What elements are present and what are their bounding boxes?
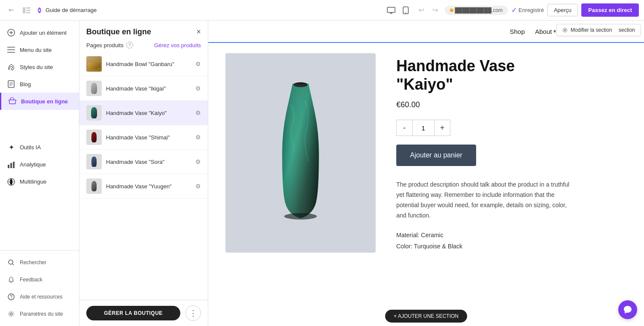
- product-price: €60.00: [396, 100, 627, 109]
- sidebar-item-aide[interactable]: Aide et ressources: [0, 288, 79, 305]
- panel-tab-help-icon[interactable]: ?: [126, 42, 133, 48]
- top-bar-center: ↩ ↪ ██████████.com ✓ Enregistré Aperçu P…: [385, 3, 639, 17]
- back-button[interactable]: ←: [5, 4, 17, 16]
- svg-rect-12: [13, 162, 15, 168]
- rocket-icon: [36, 7, 43, 14]
- product-gear-kaiyo[interactable]: ⚙: [195, 109, 201, 116]
- question-mark-icon: [8, 293, 15, 300]
- sidebar-label-feedback: Feedback: [20, 277, 43, 283]
- redo-button[interactable]: ↪: [429, 4, 441, 16]
- saved-button[interactable]: ✓ Enregistré: [511, 6, 544, 14]
- sidebar-label-boutique: Boutique en ligne: [21, 98, 68, 105]
- sidebar-item-menu[interactable]: Menu du site: [0, 41, 79, 58]
- desktop-icon: [387, 7, 395, 14]
- manage-boutique-button[interactable]: GÉRER LA BOUTIQUE: [86, 306, 180, 320]
- plus-circle-icon: [7, 29, 15, 36]
- sidebar-item-multilingue[interactable]: Multilingue: [0, 173, 79, 190]
- sidebar-item-ajouter[interactable]: Ajouter un élément: [0, 24, 79, 41]
- product-gear-shimai[interactable]: ⚙: [195, 134, 201, 141]
- product-name-kaiyo: Handmade Vase "Kaiyo": [106, 110, 191, 116]
- product-description: The product description should talk abou…: [396, 180, 577, 220]
- add-section-button[interactable]: + AJOUTER UNE SECTION: [385, 310, 467, 323]
- product-color: Color: Turquoise & Black: [396, 241, 627, 252]
- svg-rect-2: [26, 9, 30, 11]
- more-options-button[interactable]: ⋮: [185, 305, 201, 321]
- svg-point-17: [10, 313, 12, 315]
- sidebar-label-analytique: Analytique: [20, 161, 46, 168]
- sidebar-label-styles: Styles du site: [20, 64, 53, 70]
- panel-item-vase-ikigai[interactable]: Handmade Vase "Ikigai" ⚙: [79, 76, 208, 101]
- sidebar-item-rechercher[interactable]: Rechercher: [0, 254, 79, 271]
- sidebar-label-rechercher: Rechercher: [20, 260, 46, 266]
- panel-title: Boutique en ligne: [86, 27, 151, 36]
- desktop-device-button[interactable]: [385, 4, 398, 17]
- sidebar-item-blog[interactable]: Blog: [0, 75, 79, 93]
- quantity-input[interactable]: [413, 120, 434, 136]
- magnifier-icon: [8, 259, 15, 266]
- product-name-sora: Handmade Vase "Sora": [106, 159, 191, 165]
- chart-icon: [7, 161, 15, 168]
- panel-tab-link[interactable]: Gérez vos produits: [154, 42, 201, 48]
- svg-rect-1: [26, 7, 30, 9]
- svg-point-16: [11, 298, 12, 299]
- quantity-row: - +: [396, 120, 627, 136]
- domain-pill: ██████████.com: [445, 6, 508, 15]
- panel-item-vase-shimai[interactable]: Handmade Vase "Shimai" ⚙: [79, 125, 208, 150]
- analytics-icon: [7, 160, 15, 169]
- panel-tabs: Pages produits ? Gérez vos produits: [79, 40, 208, 52]
- sidebar-item-feedback[interactable]: Feedback: [0, 271, 79, 288]
- palette-icon: [7, 63, 15, 71]
- panel-footer: GÉRER LA BOUTIQUE ⋮: [79, 300, 208, 326]
- chat-icon: [623, 305, 632, 314]
- product-thumb-sora: [86, 154, 102, 169]
- preview-area: Shop About ▾ Contact Cart (0): [208, 21, 644, 326]
- svg-point-4: [39, 9, 40, 11]
- apercu-button[interactable]: Aperçu: [547, 4, 578, 16]
- panel-toggle-button[interactable]: [21, 4, 33, 16]
- multilingual-icon: [7, 178, 15, 186]
- left-sidebar: Ajouter un élément Menu du site Styles d…: [0, 21, 79, 326]
- sidebar-item-outils[interactable]: ✦ Outils IA: [0, 139, 79, 156]
- blog-icon: [7, 80, 15, 88]
- nav-about-dropdown[interactable]: About ▾: [535, 28, 556, 35]
- passez-en-direct-button[interactable]: Passez en direct: [581, 3, 639, 17]
- panel-item-vase-sora[interactable]: Handmade Vase "Sora" ⚙: [79, 150, 208, 174]
- top-bar: ← Guide de démarrage: [0, 0, 644, 21]
- product-meta: Material: Ceramic Color: Turquoise & Bla…: [396, 229, 627, 252]
- product-name-line2: "Kaiyo": [396, 75, 453, 93]
- quantity-decrease-button[interactable]: -: [396, 120, 413, 136]
- sidebar-item-styles[interactable]: Styles du site: [0, 58, 79, 75]
- settings-icon: [7, 310, 15, 318]
- modify-section-button[interactable]: Modifier la section section: [556, 24, 641, 36]
- panel-item-bowl[interactable]: Handmade Bowl "Ganbaru" ⚙: [79, 52, 208, 76]
- tablet-device-button[interactable]: [399, 4, 412, 17]
- product-thumb-bowl: [86, 56, 102, 72]
- panel-product-list: Handmade Bowl "Ganbaru" ⚙ Handmade Vase …: [79, 52, 208, 300]
- product-gear-bowl[interactable]: ⚙: [195, 60, 201, 67]
- nav-about-chevron-icon: ▾: [553, 28, 556, 34]
- sidebar-label-parametres: Paramètres du site: [20, 311, 63, 317]
- panel-close-button[interactable]: ×: [196, 27, 201, 36]
- sidebar-item-parametres[interactable]: Paramètres du site: [0, 305, 79, 323]
- product-name-ikigai: Handmade Vase "Ikigai": [106, 85, 191, 92]
- panel-item-vase-kaiyo[interactable]: Handmade Vase "Kaiyo" ⚙: [79, 101, 208, 125]
- undo-button[interactable]: ↩: [416, 4, 428, 16]
- panel-item-vase-yuugen[interactable]: Handmade Vase "Yuugen" ⚙: [79, 174, 208, 199]
- nav-shop-link[interactable]: Shop: [510, 28, 525, 35]
- product-gear-sora[interactable]: ⚙: [195, 158, 201, 165]
- sidebar-label-outils: Outils IA: [20, 144, 41, 151]
- sidebar-item-analytique[interactable]: Analytique: [0, 156, 79, 173]
- nav-about-link: About: [535, 28, 552, 35]
- product-gear-yuugen[interactable]: ⚙: [195, 183, 201, 190]
- add-to-cart-button[interactable]: Ajouter au panier: [396, 145, 476, 166]
- add-section-bar: + AJOUTER UNE SECTION: [208, 306, 644, 326]
- product-material: Material: Ceramic: [396, 229, 627, 241]
- product-details: Handmade Vase "Kaiyo" €60.00 - + Ajouter…: [396, 53, 627, 253]
- settings-gear-icon: [562, 27, 568, 33]
- chat-bubble-button[interactable]: [618, 300, 637, 319]
- quantity-increase-button[interactable]: +: [434, 120, 450, 136]
- domain-text: ██████████.com: [455, 7, 503, 13]
- guide-button[interactable]: Guide de démarrage: [36, 7, 97, 14]
- sidebar-item-boutique[interactable]: Boutique en ligne: [0, 93, 79, 110]
- product-gear-ikigai[interactable]: ⚙: [195, 85, 201, 92]
